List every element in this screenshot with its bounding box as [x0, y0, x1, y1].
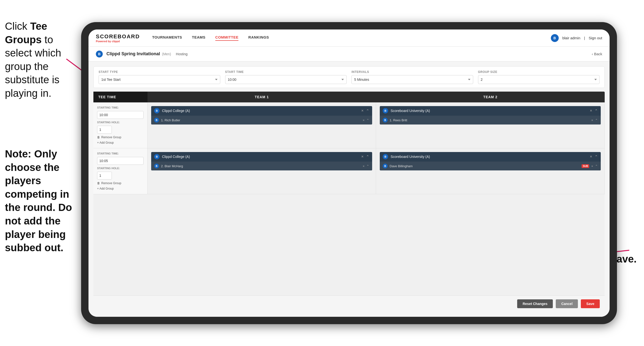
team2-entry-1: B Scoreboard University (A) × ⌃ B [380, 106, 601, 124]
team2-badge-2: B [383, 154, 388, 159]
team1-expand-icon-2[interactable]: ⌃ [366, 154, 369, 159]
intervals-select[interactable]: 5 Minutes [352, 75, 473, 84]
team2-controls-2: × ⌃ [590, 154, 598, 159]
cancel-button[interactable]: Cancel [556, 299, 578, 308]
team2-entry-2: B Scoreboard University (A) × ⌃ B [380, 152, 601, 170]
start-time-label: Start Time [225, 70, 347, 74]
team2-cell-1: B Scoreboard University (A) × ⌃ B [376, 102, 605, 148]
back-button[interactable]: ‹ Back [592, 52, 602, 56]
player-close-icon-1-2[interactable]: × [362, 164, 364, 168]
player-row-1-1: B 1. Rich Butler × ⌃ [151, 115, 372, 124]
team1-cell-2: B Clippd College (A) × ⌃ B 2. Blai [148, 148, 376, 194]
group-size-label: Group Size [478, 70, 600, 74]
team1-badge-2: B [154, 154, 160, 159]
nav-user: B blair admin | Sign out [551, 34, 602, 42]
start-time-select[interactable]: 10:00 [225, 75, 347, 84]
remove-group-button-2[interactable]: 🗑 Remove Group [97, 181, 144, 185]
player-expand-icon-1-2: ⌃ [366, 164, 369, 168]
powered-by-text: Powered by [96, 40, 111, 43]
add-group-button-2[interactable]: + Add Group [97, 187, 144, 190]
remove-group-label-1: Remove Group [101, 136, 121, 139]
starting-time-label-1: STARTING TIME: [97, 106, 144, 109]
hosting-label: Hosting [176, 52, 188, 56]
team1-entry-2: B Clippd College (A) × ⌃ B 2. Blai [151, 152, 372, 170]
intervals-label: Intervals [352, 70, 473, 74]
player-row-2-1: B 1. Rees Britt × ⌃ [380, 115, 601, 124]
start-type-field: Start Type 1st Tee Start [98, 70, 220, 84]
nav-teams[interactable]: TEAMS [192, 35, 206, 41]
starting-hole-input-1[interactable] [97, 126, 112, 134]
note-bold-label: Note: Only choose the players competing … [5, 148, 72, 253]
add-group-label-1: + Add Group [97, 141, 114, 144]
starting-time-input-1[interactable] [97, 111, 144, 119]
player-expand-icon-2-2: ⌃ [595, 164, 598, 168]
sign-out-link[interactable]: Sign out [589, 36, 602, 40]
team2-name-2: Scoreboard University (A) [390, 155, 588, 159]
player-close-icon-2-1[interactable]: × [591, 118, 593, 122]
player-row-2-2: B Dave Billingham SUB × ⌃ [380, 161, 601, 170]
start-time-field: Start Time 10:00 [225, 70, 347, 84]
team2-expand-icon-1[interactable]: ⌃ [594, 108, 598, 113]
tablet-frame: SCOREBOARD Powered by clippd TOURNAMENTS… [81, 22, 617, 324]
team1-close-icon-2[interactable]: × [361, 154, 364, 159]
remove-group-button-1[interactable]: 🗑 Remove Group [97, 136, 144, 139]
starting-hole-input-2[interactable] [97, 172, 112, 180]
team2-badge-1: B [383, 108, 388, 113]
team2-close-icon-1[interactable]: × [590, 108, 592, 113]
trash-icon-2: 🗑 [97, 181, 100, 185]
footer-bar: Reset Changes Cancel Save [94, 296, 605, 312]
team1-close-icon-1[interactable]: × [361, 108, 364, 113]
sub-header-badge: B [96, 50, 103, 57]
sub-badge: SUB [582, 164, 589, 168]
separator: | [584, 36, 585, 40]
player-close-icon-2-2[interactable]: × [591, 164, 593, 168]
logo-area: SCOREBOARD Powered by clippd [96, 33, 140, 43]
player-row-1-2: B 2. Blair McHarg × ⌃ [151, 161, 372, 170]
team2-controls-1: × ⌃ [590, 108, 598, 113]
player-close-icon-1-1[interactable]: × [362, 118, 364, 122]
starting-time-input-2[interactable] [97, 157, 144, 165]
player-badge-1-2: B [154, 164, 159, 168]
team2-expand-icon-2[interactable]: ⌃ [594, 154, 598, 159]
remove-group-label-2: Remove Group [101, 181, 121, 185]
team2-cell-2: B Scoreboard University (A) × ⌃ B [376, 148, 605, 194]
tee-groups-bold: Tee Groups [5, 20, 47, 45]
team1-controls-1: × ⌃ [361, 108, 369, 113]
user-name: blair admin [562, 36, 580, 40]
instruction-tee-groups: Click Tee Groups to select which group t… [0, 20, 79, 100]
player-name-2-2: Dave Billingham [390, 164, 580, 168]
team2-close-icon-2[interactable]: × [590, 154, 592, 159]
nav-rankings[interactable]: RANKINGS [248, 35, 269, 41]
start-type-label: Start Type [98, 70, 220, 74]
team1-entry-1: B Clippd College (A) × ⌃ B 1. Rich [151, 106, 372, 124]
player-expand-icon-1-1: ⌃ [366, 118, 369, 122]
logo-powered: Powered by clippd [96, 40, 140, 43]
user-avatar: B [551, 34, 559, 42]
table-header: Tee Time Team 1 Team 2 [94, 92, 605, 102]
event-gender: (Men) [162, 52, 171, 56]
team1-cell-1: B Clippd College (A) × ⌃ B 1. Rich [148, 102, 376, 148]
starting-time-label-2: STARTING TIME: [97, 152, 144, 155]
logo-scoreboard: SCOREBOARD [96, 33, 140, 40]
tee-time-col-header: Tee Time [94, 92, 148, 102]
save-button[interactable]: Save [581, 299, 600, 308]
table-body: STARTING TIME: STARTING HOLE: 🗑 Remove G… [94, 102, 605, 296]
team1-col-header: Team 1 [148, 92, 376, 102]
start-type-select[interactable]: 1st Tee Start [98, 75, 220, 84]
team1-controls-2: × ⌃ [361, 154, 369, 159]
nav-tournaments[interactable]: TOURNAMENTS [152, 35, 182, 41]
team1-badge-1: B [154, 108, 160, 113]
reset-changes-button[interactable]: Reset Changes [517, 299, 553, 308]
add-group-button-1[interactable]: + Add Group [97, 141, 144, 144]
player-name-1-2: 2. Blair McHarg [161, 164, 360, 168]
player-name-1-1: 1. Rich Butler [161, 118, 360, 122]
player-expand-icon-2-1: ⌃ [595, 118, 598, 122]
team2-name-1: Scoreboard University (A) [390, 109, 588, 113]
group-size-field: Group Size 2 [478, 70, 600, 84]
tee-time-cell-1: STARTING TIME: STARTING HOLE: 🗑 Remove G… [94, 102, 148, 148]
team1-expand-icon-1[interactable]: ⌃ [366, 108, 369, 113]
nav-committee[interactable]: COMMITTEE [215, 35, 239, 41]
add-group-label-2: + Add Group [97, 187, 114, 190]
starting-hole-label-2: STARTING HOLE: [97, 167, 144, 170]
group-size-select[interactable]: 2 [478, 75, 600, 84]
